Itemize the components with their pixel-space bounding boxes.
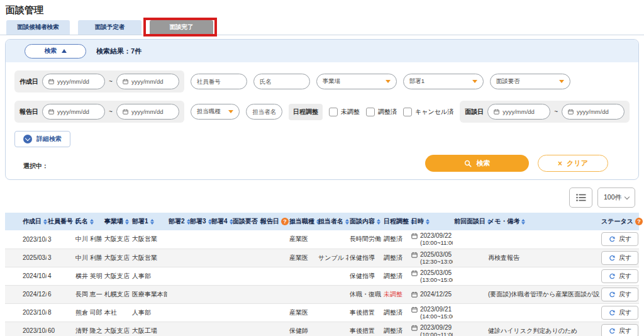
x-icon: × — [558, 159, 562, 168]
report-date-from-field[interactable] — [57, 108, 99, 115]
cancelled-checkbox[interactable] — [403, 108, 412, 116]
revert-button[interactable]: 戻す — [601, 288, 638, 301]
column-header-dept4[interactable]: 部署4 — [210, 213, 231, 230]
chevron-down-icon — [472, 80, 477, 83]
cell-staff-name — [317, 322, 348, 336]
role-select[interactable]: 担当職種 — [191, 104, 240, 120]
chevron-down-circle-icon — [23, 135, 32, 143]
interview-date-to-input[interactable] — [562, 104, 625, 120]
report-date-to-input[interactable] — [116, 104, 179, 120]
column-header-role[interactable]: 担当職種 — [288, 213, 317, 230]
calendar-icon — [411, 233, 418, 239]
cell-report-date — [259, 267, 288, 285]
revert-button[interactable]: 戻す — [601, 232, 638, 246]
column-header-staff-name[interactable]: 担当者名 — [317, 213, 348, 230]
cell-name: 横井 英明 — [74, 267, 103, 285]
range-separator: ~ — [554, 108, 558, 115]
report-date-from-input[interactable] — [42, 104, 105, 120]
cell-role: 産業医 — [288, 230, 317, 249]
column-header-employee-no[interactable]: 社員番号 — [47, 213, 74, 230]
checkbox-adjusted[interactable]: 調整済 — [366, 108, 397, 116]
created-date-to-field[interactable] — [131, 78, 173, 85]
clear-button[interactable]: × クリア — [538, 155, 608, 172]
cell-employee-no: 3 — [47, 249, 74, 267]
tab-interview-scheduled[interactable]: 面談予定者 — [78, 20, 142, 35]
column-header-interview-content[interactable]: 面談内容 — [348, 213, 382, 230]
sort-icon[interactable] — [426, 219, 430, 225]
cell-role — [288, 285, 317, 303]
search-toggle-button[interactable]: 検索 — [25, 44, 86, 59]
worksite-select[interactable]: 事業場 — [316, 74, 397, 89]
interview-date: 2025/03/05 — [420, 251, 453, 258]
column-header-schedule-adjust[interactable]: 日程調整 — [382, 213, 410, 230]
cell-report-date — [259, 322, 288, 336]
sort-icon[interactable] — [521, 219, 525, 225]
calendar-icon — [568, 108, 574, 115]
created-date-from-input[interactable] — [42, 74, 105, 89]
sort-icon[interactable] — [150, 219, 154, 225]
revert-button-label: 戻す — [619, 235, 631, 244]
revert-button[interactable]: 戻す — [601, 324, 638, 336]
cell-dept3 — [189, 303, 210, 322]
interview-required-select[interactable]: 面談要否 — [490, 74, 570, 89]
staff-name-field[interactable] — [252, 108, 276, 115]
column-header-dept1[interactable]: 部署1 — [131, 213, 167, 230]
page-size-select[interactable]: 100件 — [597, 188, 635, 208]
adjusted-checkbox[interactable] — [366, 108, 375, 116]
column-header-previous-interview-date[interactable]: 前回面談日 — [453, 213, 487, 230]
cell-dept3 — [189, 267, 210, 285]
interview-date-from-input[interactable] — [487, 104, 550, 120]
interview-date-to-field[interactable] — [577, 108, 618, 115]
cell-interview-content: 休職・復職 — [348, 285, 382, 303]
cell-status: 戻す — [600, 249, 639, 267]
revert-button[interactable]: 戻す — [601, 269, 638, 283]
checkbox-cancelled[interactable]: キャンセル済 — [403, 108, 453, 116]
undo-arrow-icon — [608, 272, 616, 280]
search-button[interactable]: 検索 — [425, 155, 529, 172]
column-header-interview-required[interactable]: 面談要否 — [231, 213, 259, 230]
dept1-select[interactable]: 部署1 — [403, 74, 484, 89]
employee-no-field[interactable] — [197, 78, 241, 85]
staff-name-input[interactable] — [246, 104, 282, 120]
interview-date-label: 面談日 — [465, 108, 484, 116]
tab-interview-completed[interactable]: 面談完了 — [150, 20, 213, 35]
column-header-datetime[interactable]: 日時 — [410, 213, 453, 230]
created-date-to-input[interactable] — [116, 74, 179, 89]
checkbox-not-adjusted[interactable]: 未調整 — [329, 108, 360, 116]
advanced-search-button[interactable]: 詳細検索 — [14, 131, 70, 147]
column-header-created[interactable]: 作成日 — [5, 213, 47, 230]
cell-datetime: 2023/09/21(14:00~15:00) — [410, 303, 453, 322]
revert-button[interactable]: 戻す — [601, 251, 638, 265]
created-date-from-field[interactable] — [57, 78, 99, 85]
cell-staff-name — [317, 267, 348, 285]
column-header-report-date[interactable]: 報告日? — [259, 213, 288, 230]
employee-no-input[interactable] — [191, 74, 247, 89]
name-field[interactable] — [260, 78, 304, 85]
report-date-label: 報告日 — [19, 108, 38, 116]
column-header-dept2[interactable]: 部署2 — [167, 213, 189, 230]
column-header-dept3[interactable]: 部署3 — [189, 213, 210, 230]
sort-icon[interactable] — [43, 219, 47, 225]
schedule-adjust-label: 日程調整 — [289, 104, 323, 120]
tab-interview-candidate-search[interactable]: 面談候補者検索 — [6, 20, 70, 35]
column-header-name[interactable]: 氏名 — [74, 213, 103, 230]
cell-memo: 再検査報告 — [487, 249, 600, 267]
report-date-to-field[interactable] — [131, 108, 173, 115]
report-date-range-group: 報告日 ~ — [14, 101, 184, 123]
question-icon[interactable]: ? — [635, 218, 643, 225]
sort-icon[interactable] — [377, 219, 380, 225]
revert-button[interactable]: 戻す — [601, 306, 638, 320]
sort-icon[interactable] — [90, 219, 94, 225]
question-icon[interactable]: ? — [281, 218, 289, 225]
list-view-button[interactable] — [569, 188, 592, 208]
name-input[interactable] — [253, 74, 310, 89]
range-separator: ~ — [109, 108, 113, 115]
cell-previous-interview-date — [453, 322, 487, 336]
column-header-worksite[interactable]: 事業場 — [103, 213, 131, 230]
column-header-memo[interactable]: メモ・備考 — [487, 213, 600, 230]
not-adjusted-checkbox[interactable] — [329, 108, 338, 116]
interview-date-from-field[interactable] — [502, 108, 544, 115]
sort-icon[interactable] — [125, 219, 129, 225]
sort-icon[interactable] — [345, 219, 349, 225]
cell-previous-interview-date — [453, 249, 487, 267]
